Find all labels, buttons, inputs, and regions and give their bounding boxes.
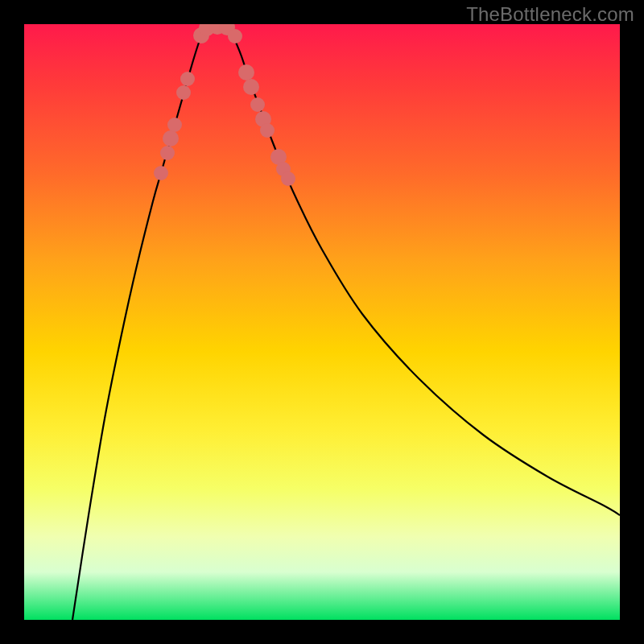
watermark-text: TheBottleneck.com <box>466 3 634 26</box>
data-point <box>281 171 295 186</box>
chart-frame: TheBottleneck.com <box>0 0 644 644</box>
data-point <box>176 85 191 100</box>
plot-area <box>24 24 620 620</box>
data-point <box>160 146 175 160</box>
data-point <box>260 123 275 138</box>
dot-layer <box>24 24 620 620</box>
data-point <box>167 118 182 132</box>
data-point <box>243 79 259 95</box>
data-point <box>163 130 179 147</box>
data-point <box>154 166 168 180</box>
data-point <box>250 97 265 112</box>
data-point <box>180 72 195 86</box>
data-point <box>228 29 242 43</box>
data-point <box>238 64 254 80</box>
